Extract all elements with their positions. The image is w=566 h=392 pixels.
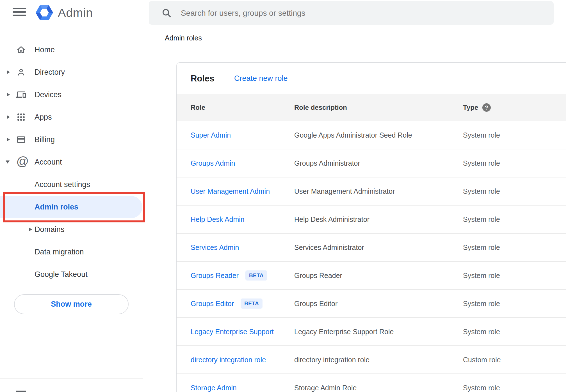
role-cell: Help Desk Admin bbox=[191, 215, 245, 224]
role-type-cell: System role bbox=[463, 187, 500, 195]
table-row: Help Desk AdminHelp Desk AdministratorSy… bbox=[177, 206, 566, 234]
search-bar[interactable] bbox=[149, 1, 554, 25]
sidebar-item-label: Home bbox=[35, 45, 55, 54]
sidebar-item-google-takeout[interactable]: Google Takeout bbox=[0, 263, 149, 286]
sidebar-item-label: Billing bbox=[35, 135, 55, 144]
chevron-right-icon[interactable] bbox=[7, 115, 10, 119]
table-row: Super AdminGoogle Apps Administrator See… bbox=[177, 121, 566, 149]
hamburger-menu-icon[interactable] bbox=[13, 8, 26, 16]
column-header-type: Type bbox=[463, 94, 478, 121]
search-input[interactable] bbox=[180, 1, 541, 25]
role-type-cell: System role bbox=[463, 159, 500, 167]
role-type-cell: System role bbox=[463, 384, 500, 392]
role-description-cell: Legacy Enterprise Support Role bbox=[294, 328, 394, 336]
role-cell: Legacy Enterprise Support bbox=[191, 328, 274, 336]
role-link-directory-integration-role[interactable]: directory integration role bbox=[191, 356, 266, 364]
role-description-cell: Groups Administrator bbox=[294, 159, 360, 167]
role-type-cell: System role bbox=[463, 243, 500, 252]
role-type-cell: System role bbox=[463, 272, 500, 280]
role-link-super-admin[interactable]: Super Admin bbox=[191, 131, 231, 139]
roles-title: Roles bbox=[191, 63, 214, 94]
sidebar-item-domains[interactable]: Domains bbox=[0, 218, 149, 241]
role-description-cell: Help Desk Administrator bbox=[294, 215, 369, 224]
chevron-right-icon[interactable] bbox=[7, 93, 10, 97]
role-cell: directory integration role bbox=[191, 356, 266, 364]
role-cell: Storage Admin bbox=[191, 384, 237, 392]
admin-console-window: Admin Admin roles HomeDirectoryDevicesAp… bbox=[0, 0, 566, 392]
sidebar-item-label: Domains bbox=[35, 225, 65, 234]
sidebar-item-apps[interactable]: Apps bbox=[0, 106, 149, 128]
person-icon bbox=[16, 67, 26, 77]
role-type-cell: System role bbox=[463, 131, 500, 139]
search-icon bbox=[161, 8, 172, 18]
role-description-cell: Groups Reader bbox=[294, 272, 342, 280]
chevron-right-icon[interactable] bbox=[7, 70, 10, 74]
table-row: Groups AdminGroups AdministratorSystem r… bbox=[177, 149, 566, 177]
sidebar-item-billing[interactable]: Billing bbox=[0, 128, 149, 151]
sidebar-item-data-migration[interactable]: Data migration bbox=[0, 241, 149, 263]
table-row: Groups EditorBETAGroups EditorSystem rol… bbox=[177, 290, 566, 318]
role-link-groups-editor[interactable]: Groups Editor bbox=[191, 300, 234, 308]
apps-grid-icon bbox=[16, 112, 26, 122]
sidebar-item-label: Account bbox=[35, 158, 62, 167]
header-divider bbox=[149, 48, 566, 48]
column-header-description: Role description bbox=[294, 94, 347, 121]
admin-logo-icon bbox=[36, 5, 53, 20]
role-description-cell: Google Apps Administrator Seed Role bbox=[294, 131, 412, 139]
breadcrumb: Admin roles bbox=[165, 34, 202, 42]
role-cell: Groups ReaderBETA bbox=[191, 270, 267, 281]
role-type-cell: System role bbox=[463, 328, 500, 336]
role-link-legacy-enterprise-support[interactable]: Legacy Enterprise Support bbox=[191, 328, 274, 336]
credit-card-icon bbox=[16, 135, 26, 144]
sidebar-item-account[interactable]: @Account bbox=[0, 151, 149, 173]
sidebar-item-home[interactable]: Home bbox=[0, 38, 149, 61]
role-cell: User Management Admin bbox=[191, 187, 270, 195]
admin-logo-text: Admin bbox=[58, 5, 93, 20]
table-header-row: Role Role description Type ? bbox=[177, 94, 566, 121]
beta-badge: BETA bbox=[245, 270, 267, 281]
role-link-groups-reader[interactable]: Groups Reader bbox=[191, 272, 239, 280]
sidebar-item-account-settings[interactable]: Account settings bbox=[0, 173, 149, 196]
role-type-cell: System role bbox=[463, 215, 500, 224]
role-description-cell: Storage Admin Role bbox=[294, 384, 357, 392]
role-cell: Groups EditorBETA bbox=[191, 298, 263, 309]
chevron-down-icon[interactable] bbox=[6, 161, 10, 164]
role-cell: Super Admin bbox=[191, 131, 231, 139]
table-row: Services AdminServices AdministratorSyst… bbox=[177, 234, 566, 262]
sidebar-item-admin-roles[interactable]: Admin roles bbox=[0, 196, 149, 218]
role-type-cell: System role bbox=[463, 300, 500, 308]
sidebar-item-label: Devices bbox=[35, 90, 61, 99]
table-body: Super AdminGoogle Apps Administrator See… bbox=[177, 121, 566, 392]
table-row: directory integration roledirectory inte… bbox=[177, 346, 566, 374]
role-link-storage-admin[interactable]: Storage Admin bbox=[191, 384, 237, 392]
sidebar-item-label: Data migration bbox=[35, 248, 84, 256]
chevron-right-icon[interactable] bbox=[7, 138, 10, 142]
create-new-role-link[interactable]: Create new role bbox=[234, 63, 288, 94]
type-help-icon[interactable]: ? bbox=[482, 103, 491, 112]
chevron-right-icon[interactable] bbox=[29, 227, 32, 231]
role-type-cell: Custom role bbox=[463, 356, 501, 364]
role-cell: Services Admin bbox=[191, 243, 239, 252]
show-more-button[interactable]: Show more bbox=[14, 294, 129, 314]
table-row: User Management AdminUser Management Adm… bbox=[177, 177, 566, 206]
role-link-groups-admin[interactable]: Groups Admin bbox=[191, 159, 235, 167]
sidebar-item-label: Account settings bbox=[35, 180, 90, 189]
sidebar-item-label: Google Takeout bbox=[35, 270, 88, 279]
feedback-icon bbox=[16, 391, 26, 392]
role-link-user-management-admin[interactable]: User Management Admin bbox=[191, 187, 270, 195]
devices-icon bbox=[16, 90, 26, 99]
role-link-services-admin[interactable]: Services Admin bbox=[191, 243, 239, 252]
role-description-cell: Services Administrator bbox=[294, 243, 364, 252]
table-row: Groups ReaderBETAGroups ReaderSystem rol… bbox=[177, 262, 566, 290]
role-description-cell: Groups Editor bbox=[294, 300, 337, 308]
role-description-cell: directory integration role bbox=[294, 356, 369, 364]
sidebar-item-label: Directory bbox=[35, 68, 65, 77]
role-link-help-desk-admin[interactable]: Help Desk Admin bbox=[191, 215, 245, 224]
roles-panel: Roles Create new role Role Role descript… bbox=[176, 62, 566, 392]
sidebar-item-directory[interactable]: Directory bbox=[0, 61, 149, 83]
sidebar-item-devices[interactable]: Devices bbox=[0, 83, 149, 106]
column-header-role: Role bbox=[191, 94, 205, 121]
sidebar-bottom-divider bbox=[0, 378, 143, 379]
sidebar-item-label: Apps bbox=[35, 113, 52, 122]
table-row: Storage AdminStorage Admin RoleSystem ro… bbox=[177, 374, 566, 392]
